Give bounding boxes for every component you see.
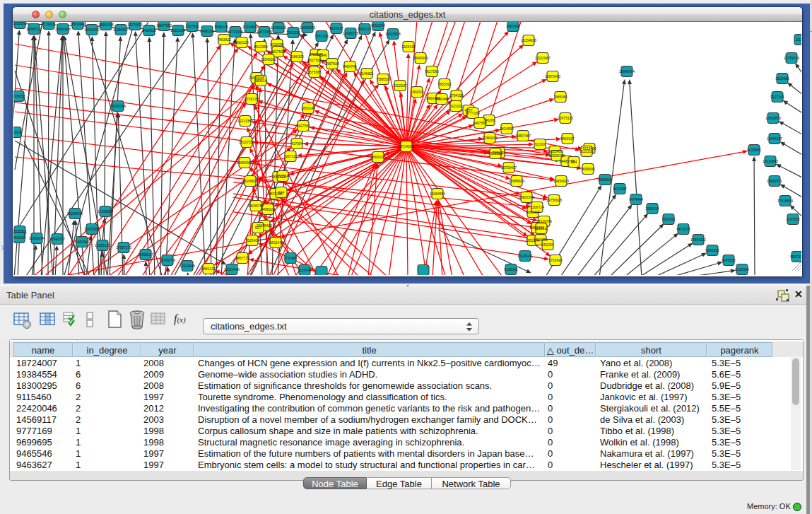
svg-text:19384554: 19384554 — [430, 192, 445, 196]
svg-text:9327508: 9327508 — [307, 58, 322, 62]
svg-text:7357224: 7357224 — [314, 34, 329, 38]
svg-text:5226055: 5226055 — [270, 42, 284, 47]
svg-text:9121103: 9121103 — [579, 149, 593, 153]
svg-text:6497568: 6497568 — [473, 121, 487, 125]
svg-text:8125044: 8125044 — [298, 268, 312, 272]
svg-text:10671355: 10671355 — [257, 30, 272, 34]
svg-text:8132664: 8132664 — [735, 267, 749, 271]
svg-text:16543362: 16543362 — [261, 57, 276, 62]
svg-text:7515526: 7515526 — [286, 30, 300, 35]
svg-text:6466160: 6466160 — [200, 29, 214, 33]
svg-text:8912954: 8912954 — [254, 45, 268, 49]
svg-text:20364436: 20364436 — [482, 136, 498, 140]
svg-text:9777169: 9777169 — [466, 111, 480, 115]
svg-text:9046125: 9046125 — [214, 25, 228, 29]
svg-text:10653267: 10653267 — [170, 28, 186, 33]
svg-text:3267110: 3267110 — [283, 154, 297, 158]
svg-text:19756928: 19756928 — [546, 198, 562, 202]
svg-text:10958107: 10958107 — [138, 252, 153, 257]
svg-text:16911443: 16911443 — [268, 240, 283, 245]
svg-text:9245652: 9245652 — [705, 248, 719, 252]
svg-text:12942757: 12942757 — [49, 237, 65, 241]
svg-text:10544970: 10544970 — [84, 28, 100, 32]
svg-text:8660124: 8660124 — [235, 40, 249, 45]
svg-text:12505135: 12505135 — [95, 243, 110, 247]
svg-text:9080407: 9080407 — [526, 210, 540, 214]
svg-text:3919154: 3919154 — [13, 235, 26, 240]
svg-text:11124: 11124 — [795, 37, 801, 42]
svg-text:2026953: 2026953 — [13, 94, 25, 98]
svg-text:16648784: 16648784 — [619, 69, 635, 74]
svg-text:7986322: 7986322 — [488, 151, 502, 156]
svg-text:7588520: 7588520 — [376, 77, 390, 81]
svg-text:9716485: 9716485 — [283, 256, 298, 260]
svg-text:9063444: 9063444 — [71, 22, 85, 26]
svg-text:62160: 62160 — [535, 142, 545, 146]
svg-text:9481213: 9481213 — [201, 267, 216, 271]
svg-text:1546: 1546 — [319, 53, 326, 57]
svg-text:12213967: 12213967 — [535, 56, 551, 60]
svg-text:2035061: 2035061 — [13, 22, 27, 25]
svg-text:19654983: 19654983 — [237, 160, 252, 165]
svg-text:7632621: 7632621 — [661, 217, 676, 221]
svg-text:8471676: 8471676 — [676, 227, 690, 231]
svg-text:26053346: 26053346 — [110, 104, 126, 108]
svg-text:8938923: 8938923 — [598, 177, 612, 182]
svg-text:1527602: 1527602 — [185, 24, 199, 28]
svg-text:1206714: 1206714 — [530, 205, 544, 209]
svg-text:10807487: 10807487 — [515, 134, 531, 138]
svg-text:3624554: 3624554 — [500, 127, 514, 131]
svg-text:16490105: 16490105 — [271, 25, 286, 30]
svg-text:19166822: 19166822 — [242, 179, 258, 183]
svg-text:16120746: 16120746 — [536, 219, 552, 223]
svg-text:16053809: 16053809 — [300, 25, 315, 30]
svg-text:20691406: 20691406 — [55, 27, 71, 31]
svg-text:753594: 753594 — [277, 174, 289, 178]
svg-text:9699695: 9699695 — [581, 167, 595, 171]
svg-text:8655271: 8655271 — [358, 27, 372, 31]
svg-text:8186323: 8186323 — [290, 54, 304, 59]
svg-text:17957275: 17957275 — [116, 245, 131, 250]
svg-text:7719001: 7719001 — [42, 22, 56, 26]
svg-text:1621022: 1621022 — [449, 104, 463, 108]
svg-text:11096375: 11096375 — [343, 31, 358, 35]
svg-text:1524851: 1524851 — [534, 238, 548, 242]
svg-text:15720407: 15720407 — [501, 165, 517, 170]
svg-text:18807249: 18807249 — [519, 195, 534, 199]
svg-text:884: 884 — [571, 160, 577, 164]
svg-text:3675685: 3675685 — [307, 70, 322, 74]
svg-text:6794028: 6794028 — [449, 93, 464, 98]
svg-text:9227341: 9227341 — [770, 95, 784, 99]
svg-text:7485063: 7485063 — [553, 95, 567, 99]
svg-text:989014: 989014 — [255, 78, 267, 83]
svg-text:1362615: 1362615 — [410, 90, 424, 94]
svg-text:9129966: 9129966 — [775, 76, 789, 81]
svg-text:20206576: 20206576 — [67, 211, 83, 216]
svg-text:14055712: 14055712 — [26, 27, 42, 31]
svg-text:1733426: 1733426 — [548, 258, 563, 262]
svg-text:914: 914 — [278, 190, 285, 194]
svg-text:12444197: 12444197 — [767, 136, 782, 141]
svg-text:10973493: 10973493 — [545, 74, 560, 78]
svg-text:7625402: 7625402 — [245, 238, 259, 243]
svg-text:11451941: 11451941 — [74, 240, 90, 244]
svg-text:12093873: 12093873 — [765, 116, 781, 120]
svg-text:15751074: 15751074 — [784, 56, 799, 60]
svg-text:1325419: 1325419 — [401, 45, 416, 49]
svg-text:17359924: 17359924 — [98, 209, 113, 214]
svg-text:9990448: 9990448 — [435, 97, 449, 101]
svg-text:417004: 417004 — [291, 141, 303, 146]
svg-text:18724007: 18724007 — [399, 144, 414, 148]
svg-text:12975115: 12975115 — [558, 116, 573, 120]
svg-text:16210643: 16210643 — [763, 159, 778, 163]
svg-text:9827500: 9827500 — [271, 49, 285, 54]
svg-text:8454749: 8454749 — [343, 64, 357, 69]
svg-text:9617593: 9617593 — [425, 69, 439, 74]
svg-text:9537531: 9537531 — [790, 255, 801, 259]
svg-text:11530822: 11530822 — [242, 25, 258, 29]
svg-text:1151312: 1151312 — [534, 226, 548, 230]
svg-text:19647553: 19647553 — [156, 23, 172, 28]
svg-text:7663822: 7663822 — [217, 37, 231, 42]
svg-text:8813054: 8813054 — [371, 23, 385, 28]
svg-text:10654112: 10654112 — [690, 238, 706, 242]
